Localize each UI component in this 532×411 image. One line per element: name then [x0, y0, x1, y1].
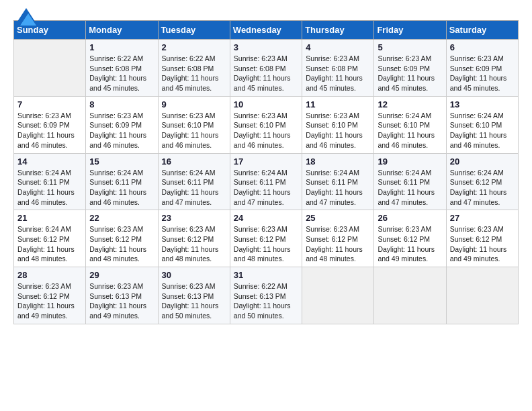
day-number: 18: [306, 156, 370, 167]
calendar-cell: 13Sunrise: 6:24 AM Sunset: 6:10 PM Dayli…: [446, 96, 518, 153]
day-number: 26: [378, 213, 442, 223]
day-info: Sunrise: 6:23 AM Sunset: 6:09 PM Dayligh…: [378, 54, 442, 93]
calendar-cell: 28Sunrise: 6:23 AM Sunset: 6:12 PM Dayli…: [14, 267, 86, 324]
day-info: Sunrise: 6:23 AM Sunset: 6:13 PM Dayligh…: [89, 281, 154, 321]
day-info: Sunrise: 6:23 AM Sunset: 6:12 PM Dayligh…: [89, 224, 154, 264]
calendar-cell: 6Sunrise: 6:23 AM Sunset: 6:09 PM Daylig…: [446, 40, 518, 97]
day-number: 25: [306, 213, 370, 223]
day-number: 3: [234, 42, 298, 52]
calendar-cell: 1Sunrise: 6:22 AM Sunset: 6:08 PM Daylig…: [86, 40, 158, 97]
calendar-cell: 12Sunrise: 6:24 AM Sunset: 6:10 PM Dayli…: [374, 96, 446, 153]
day-number: 24: [234, 213, 298, 223]
day-number: 30: [162, 270, 226, 280]
day-info: Sunrise: 6:24 AM Sunset: 6:11 PM Dayligh…: [378, 168, 442, 208]
day-info: Sunrise: 6:22 AM Sunset: 6:08 PM Dayligh…: [162, 54, 226, 93]
day-of-week-header: Friday: [374, 21, 446, 40]
day-info: Sunrise: 6:24 AM Sunset: 6:10 PM Dayligh…: [450, 111, 515, 150]
day-number: 21: [17, 213, 82, 223]
calendar-cell: [446, 267, 518, 324]
day-info: Sunrise: 6:23 AM Sunset: 6:13 PM Dayligh…: [162, 281, 226, 321]
day-info: Sunrise: 6:23 AM Sunset: 6:12 PM Dayligh…: [162, 224, 226, 264]
calendar-cell: 8Sunrise: 6:23 AM Sunset: 6:09 PM Daylig…: [86, 96, 158, 153]
day-number: 8: [89, 99, 154, 109]
calendar-cell: [14, 40, 86, 97]
day-info: Sunrise: 6:23 AM Sunset: 6:12 PM Dayligh…: [450, 224, 515, 264]
day-info: Sunrise: 6:22 AM Sunset: 6:08 PM Dayligh…: [89, 54, 154, 93]
day-info: Sunrise: 6:24 AM Sunset: 6:11 PM Dayligh…: [89, 168, 154, 208]
day-info: Sunrise: 6:23 AM Sunset: 6:08 PM Dayligh…: [306, 54, 370, 93]
calendar-cell: 4Sunrise: 6:23 AM Sunset: 6:08 PM Daylig…: [302, 40, 374, 97]
day-number: 9: [162, 99, 226, 109]
day-number: 15: [89, 156, 154, 167]
day-info: Sunrise: 6:23 AM Sunset: 6:10 PM Dayligh…: [234, 111, 298, 150]
day-info: Sunrise: 6:23 AM Sunset: 6:10 PM Dayligh…: [306, 111, 370, 150]
calendar-cell: 25Sunrise: 6:23 AM Sunset: 6:12 PM Dayli…: [302, 210, 374, 267]
calendar-header-row: SundayMondayTuesdayWednesdayThursdayFrid…: [14, 21, 519, 40]
day-info: Sunrise: 6:24 AM Sunset: 6:12 PM Dayligh…: [17, 224, 82, 264]
calendar-cell: 27Sunrise: 6:23 AM Sunset: 6:12 PM Dayli…: [446, 210, 518, 267]
calendar-cell: 5Sunrise: 6:23 AM Sunset: 6:09 PM Daylig…: [374, 40, 446, 97]
calendar-week-row: 21Sunrise: 6:24 AM Sunset: 6:12 PM Dayli…: [14, 210, 519, 267]
calendar-week-row: 7Sunrise: 6:23 AM Sunset: 6:09 PM Daylig…: [14, 96, 519, 153]
day-info: Sunrise: 6:23 AM Sunset: 6:12 PM Dayligh…: [17, 281, 82, 321]
calendar-cell: 22Sunrise: 6:23 AM Sunset: 6:12 PM Dayli…: [86, 210, 158, 267]
day-number: 28: [17, 270, 82, 280]
day-number: 14: [17, 156, 82, 167]
day-of-week-header: Saturday: [446, 21, 518, 40]
day-of-week-header: Thursday: [302, 21, 374, 40]
day-number: 7: [17, 99, 82, 109]
day-info: Sunrise: 6:22 AM Sunset: 6:13 PM Dayligh…: [234, 281, 298, 321]
day-number: 20: [450, 156, 515, 167]
calendar-cell: 15Sunrise: 6:24 AM Sunset: 6:11 PM Dayli…: [86, 153, 158, 210]
day-of-week-header: Tuesday: [158, 21, 230, 40]
calendar-cell: 30Sunrise: 6:23 AM Sunset: 6:13 PM Dayli…: [158, 267, 230, 324]
day-info: Sunrise: 6:24 AM Sunset: 6:11 PM Dayligh…: [306, 168, 370, 208]
day-info: Sunrise: 6:23 AM Sunset: 6:10 PM Dayligh…: [162, 111, 226, 150]
day-info: Sunrise: 6:24 AM Sunset: 6:10 PM Dayligh…: [378, 111, 442, 150]
day-info: Sunrise: 6:23 AM Sunset: 6:09 PM Dayligh…: [17, 111, 82, 150]
day-number: 4: [306, 42, 370, 52]
day-number: 29: [89, 270, 154, 280]
day-info: Sunrise: 6:23 AM Sunset: 6:09 PM Dayligh…: [89, 111, 154, 150]
calendar-cell: 14Sunrise: 6:24 AM Sunset: 6:11 PM Dayli…: [14, 153, 86, 210]
day-number: 1: [89, 42, 154, 52]
day-number: 23: [162, 213, 226, 223]
day-number: 10: [234, 99, 298, 109]
calendar-cell: 7Sunrise: 6:23 AM Sunset: 6:09 PM Daylig…: [14, 96, 86, 153]
day-number: 19: [378, 156, 442, 167]
calendar-week-row: 28Sunrise: 6:23 AM Sunset: 6:12 PM Dayli…: [14, 267, 519, 324]
calendar-cell: 3Sunrise: 6:23 AM Sunset: 6:08 PM Daylig…: [230, 40, 302, 97]
day-number: 11: [306, 99, 370, 109]
calendar-cell: 31Sunrise: 6:22 AM Sunset: 6:13 PM Dayli…: [230, 267, 302, 324]
calendar-cell: 21Sunrise: 6:24 AM Sunset: 6:12 PM Dayli…: [14, 210, 86, 267]
calendar-cell: [302, 267, 374, 324]
calendar-cell: 20Sunrise: 6:24 AM Sunset: 6:12 PM Dayli…: [446, 153, 518, 210]
day-info: Sunrise: 6:24 AM Sunset: 6:12 PM Dayligh…: [450, 168, 515, 208]
calendar-cell: 10Sunrise: 6:23 AM Sunset: 6:10 PM Dayli…: [230, 96, 302, 153]
calendar-cell: 17Sunrise: 6:24 AM Sunset: 6:11 PM Dayli…: [230, 153, 302, 210]
day-number: 13: [450, 99, 515, 109]
calendar-week-row: 14Sunrise: 6:24 AM Sunset: 6:11 PM Dayli…: [14, 153, 519, 210]
day-number: 17: [234, 156, 298, 167]
day-number: 12: [378, 99, 442, 109]
day-of-week-header: Monday: [86, 21, 158, 40]
calendar-cell: 19Sunrise: 6:24 AM Sunset: 6:11 PM Dayli…: [374, 153, 446, 210]
day-info: Sunrise: 6:23 AM Sunset: 6:12 PM Dayligh…: [234, 224, 298, 264]
calendar-cell: 9Sunrise: 6:23 AM Sunset: 6:10 PM Daylig…: [158, 96, 230, 153]
day-info: Sunrise: 6:24 AM Sunset: 6:11 PM Dayligh…: [17, 168, 82, 208]
day-info: Sunrise: 6:23 AM Sunset: 6:12 PM Dayligh…: [306, 224, 370, 264]
day-number: 16: [162, 156, 226, 167]
calendar-week-row: 1Sunrise: 6:22 AM Sunset: 6:08 PM Daylig…: [14, 40, 519, 97]
day-info: Sunrise: 6:23 AM Sunset: 6:09 PM Dayligh…: [450, 54, 515, 93]
calendar-cell: [374, 267, 446, 324]
calendar-cell: 26Sunrise: 6:23 AM Sunset: 6:12 PM Dayli…: [374, 210, 446, 267]
day-number: 27: [450, 213, 515, 223]
day-number: 22: [89, 213, 154, 223]
calendar-cell: 23Sunrise: 6:23 AM Sunset: 6:12 PM Dayli…: [158, 210, 230, 267]
calendar-cell: 2Sunrise: 6:22 AM Sunset: 6:08 PM Daylig…: [158, 40, 230, 97]
day-number: 6: [450, 42, 515, 52]
day-number: 5: [378, 42, 442, 52]
day-number: 2: [162, 42, 226, 52]
logo-icon: [15, 8, 38, 26]
calendar-cell: 29Sunrise: 6:23 AM Sunset: 6:13 PM Dayli…: [86, 267, 158, 324]
